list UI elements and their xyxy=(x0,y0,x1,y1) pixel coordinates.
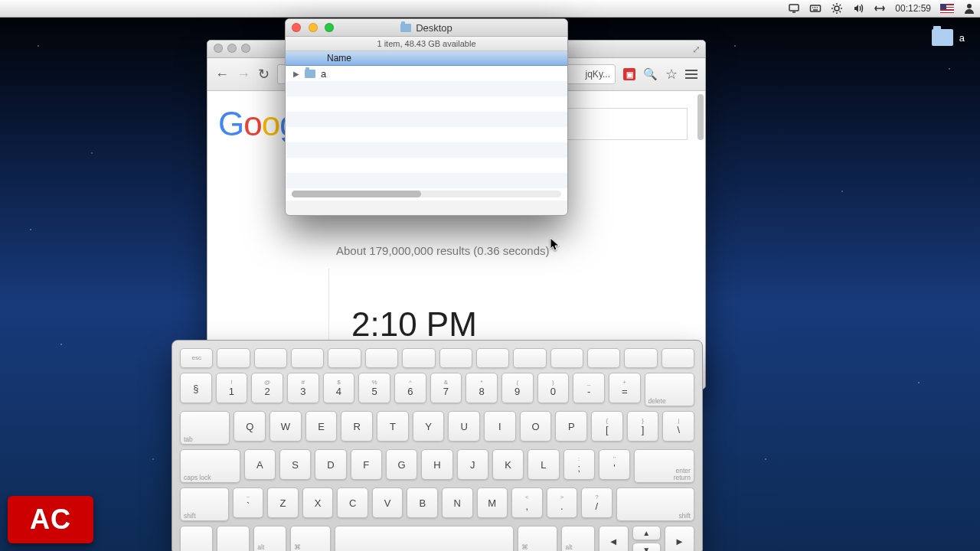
finder-horizontal-scrollbar[interactable] xyxy=(292,191,561,197)
key-control[interactable]: control xyxy=(217,526,250,551)
key-fn-11[interactable] xyxy=(587,348,620,368)
key-;[interactable]: :; xyxy=(564,449,595,480)
key-8[interactable]: *8 xyxy=(466,373,498,403)
file-row[interactable]: ▶ a xyxy=(286,66,326,81)
bookmark-star-icon[interactable]: ☆ xyxy=(665,66,678,83)
key-K[interactable]: K xyxy=(492,449,524,480)
key-fn-3[interactable] xyxy=(291,348,324,368)
key-\[interactable]: |\ xyxy=(662,411,694,442)
key-arrow-right[interactable]: ► xyxy=(665,526,694,551)
key-delete[interactable]: delete xyxy=(645,373,694,406)
key-.[interactable]: >. xyxy=(547,487,578,518)
key-fn-13[interactable] xyxy=(662,348,694,368)
reload-button[interactable]: ↻ xyxy=(258,66,270,83)
key-shift-left[interactable]: shift xyxy=(180,487,229,521)
key-shift-right[interactable]: shift xyxy=(616,487,694,521)
key-U[interactable]: U xyxy=(448,411,480,442)
key-X[interactable]: X xyxy=(302,487,334,518)
key-B[interactable]: B xyxy=(407,487,438,518)
key-command-left[interactable]: ⌘command xyxy=(290,526,330,551)
key-fn-7[interactable] xyxy=(439,348,472,368)
key-V[interactable]: V xyxy=(372,487,403,518)
browser-scrollbar[interactable] xyxy=(697,94,704,140)
key-J[interactable]: J xyxy=(457,449,488,480)
volume-icon[interactable] xyxy=(852,2,864,15)
key-2[interactable]: @2 xyxy=(251,373,283,403)
key-'[interactable]: "' xyxy=(599,449,630,480)
key-fn-2[interactable] xyxy=(254,348,287,368)
key-0[interactable]: )0 xyxy=(537,373,570,403)
key-fn-9[interactable] xyxy=(513,348,546,368)
input-flag-icon[interactable] xyxy=(940,4,954,13)
display-icon[interactable] xyxy=(788,2,800,15)
key-tab[interactable]: tab xyxy=(180,411,230,445)
key-Y[interactable]: Y xyxy=(413,411,445,442)
key-fn[interactable]: fn xyxy=(180,526,213,551)
key-I[interactable]: I xyxy=(484,411,516,442)
key-Z[interactable]: Z xyxy=(267,487,299,518)
key-fn-5[interactable] xyxy=(365,348,398,368)
key-=[interactable]: += xyxy=(609,373,641,403)
keyboard-menu-icon[interactable] xyxy=(809,2,822,15)
hamburger-menu-icon[interactable] xyxy=(685,70,697,79)
key-D[interactable]: D xyxy=(315,449,346,480)
key-option-left[interactable]: altoption xyxy=(253,526,286,551)
key-1[interactable]: !1 xyxy=(216,373,248,403)
key-N[interactable]: N xyxy=(442,487,473,518)
fullscreen-button[interactable]: ⤢ xyxy=(692,44,701,55)
sync-icon[interactable] xyxy=(874,2,886,15)
key-fn-4[interactable] xyxy=(328,348,361,368)
user-icon[interactable] xyxy=(963,2,975,15)
key-command-right[interactable]: ⌘command xyxy=(518,526,557,551)
column-header-name[interactable]: Name xyxy=(286,51,567,66)
key-[[interactable]: {[ xyxy=(591,411,623,442)
forward-button[interactable]: → xyxy=(237,67,250,83)
key-backtick[interactable]: ~` xyxy=(233,487,264,518)
finder-file-list[interactable]: ▶ a xyxy=(286,66,567,201)
key-M[interactable]: M xyxy=(477,487,508,518)
key-S[interactable]: S xyxy=(279,449,311,480)
key-arrow-left[interactable]: ◄ xyxy=(599,526,629,551)
key-R[interactable]: R xyxy=(341,411,373,442)
key-option-right[interactable]: altoption xyxy=(561,526,594,551)
back-button[interactable]: ← xyxy=(215,67,229,83)
lastpass-icon[interactable]: ▣ xyxy=(623,68,635,80)
key-4[interactable]: $4 xyxy=(323,373,355,403)
zoom-icon[interactable]: 🔍 xyxy=(643,67,658,81)
key-arrow-down[interactable]: ▼ xyxy=(632,543,661,551)
key-6[interactable]: ^6 xyxy=(394,373,426,403)
key-fn-0[interactable]: esc xyxy=(180,348,213,368)
disclosure-triangle-icon[interactable]: ▶ xyxy=(293,70,299,78)
key-P[interactable]: P xyxy=(555,411,587,442)
key-capslock[interactable]: caps lock xyxy=(180,449,240,483)
key-,[interactable]: <, xyxy=(511,487,543,518)
key-F[interactable]: F xyxy=(351,449,382,480)
finder-titlebar[interactable]: Desktop xyxy=(286,19,567,37)
key-O[interactable]: O xyxy=(520,411,552,442)
key-A[interactable]: A xyxy=(244,449,276,480)
key-C[interactable]: C xyxy=(337,487,368,518)
key-Q[interactable]: Q xyxy=(234,411,266,442)
finder-traffic-lights[interactable] xyxy=(292,23,338,34)
minimize-button[interactable] xyxy=(309,23,318,32)
key-][interactable]: }] xyxy=(627,411,659,442)
key-§[interactable]: § xyxy=(180,373,212,403)
key-fn-10[interactable] xyxy=(550,348,583,368)
key-7[interactable]: &7 xyxy=(430,373,462,403)
desktop-item-folder[interactable]: a xyxy=(932,29,965,46)
key-return[interactable]: enterreturn xyxy=(634,449,694,483)
key-T[interactable]: T xyxy=(377,411,409,442)
zoom-button[interactable] xyxy=(325,23,334,32)
key-L[interactable]: L xyxy=(528,449,559,480)
key-fn-1[interactable] xyxy=(217,348,250,368)
key-5[interactable]: %5 xyxy=(358,373,390,403)
key-H[interactable]: H xyxy=(421,449,452,480)
key-/[interactable]: ?/ xyxy=(581,487,612,518)
menubar-clock[interactable]: 00:12:59 xyxy=(895,3,931,14)
key-arrow-up[interactable]: ▲ xyxy=(632,526,661,540)
key--[interactable]: _- xyxy=(573,373,605,403)
brightness-icon[interactable] xyxy=(831,2,843,15)
key-space[interactable] xyxy=(335,526,514,551)
key-9[interactable]: (9 xyxy=(501,373,534,403)
key-W[interactable]: W xyxy=(270,411,302,442)
